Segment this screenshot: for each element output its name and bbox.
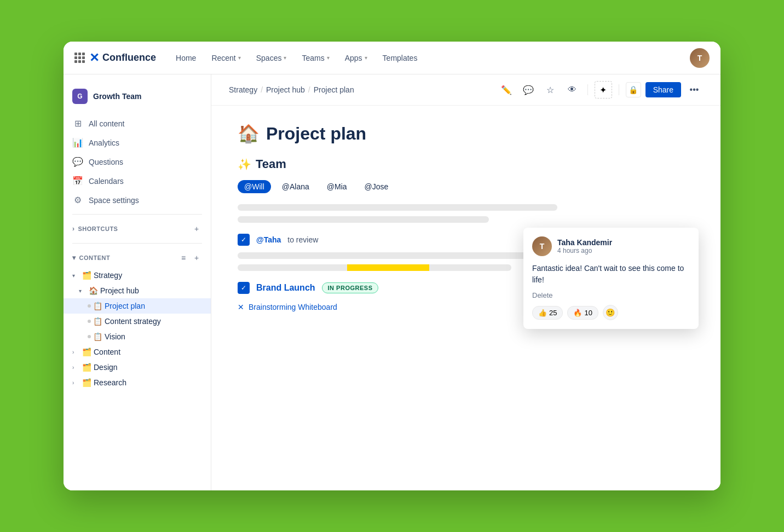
sidebar-item-space-settings[interactable]: ⚙ Space settings [64,190,211,210]
comment-body: Fantastic idea! Can't wait to see this c… [532,263,690,286]
content-collapse-icon[interactable]: ▾ [72,254,76,262]
comment-author-avatar: T [532,236,552,256]
comment-delete-btn[interactable]: Delete [532,291,690,299]
breadcrumb-project-plan[interactable]: Project plan [314,85,354,94]
comment-icon[interactable]: 💬 [520,81,537,99]
watch-icon[interactable]: 👁 [563,81,581,99]
team-section-label: Team [256,157,286,171]
tree-item-project-hub[interactable]: ▾ 🏠 Project hub [64,283,211,298]
share-button[interactable]: Share [645,82,681,97]
space-header[interactable]: G Growth Team [64,83,211,109]
breadcrumb-bar: Strategy / Project hub / Project plan ✏️… [211,74,720,106]
design-chevron-icon: › [72,365,80,371]
nav-teams[interactable]: Teams ▾ [295,49,336,67]
nav-spaces[interactable]: Spaces ▾ [250,49,293,67]
user-avatar[interactable]: T [690,48,710,68]
tree-item-project-plan[interactable]: 📋 Project plan [64,298,211,314]
shortcuts-add-btn[interactable]: + [191,223,202,234]
sidebar-divider-2 [72,243,202,244]
project-plan-emoji: 📋 [93,302,102,310]
analytics-icon: 📊 [72,137,83,148]
nav-home[interactable]: Home [169,49,203,67]
shortcuts-collapse-icon[interactable]: › [72,225,75,233]
team-members: @Will @Alana @Mia @Jose [238,180,694,193]
sidebar-divider-1 [72,214,202,215]
content-line-1 [238,204,557,211]
apps-grid-icon[interactable] [74,53,85,63]
tree-item-strategy[interactable]: ▾ 🗂️ Strategy [64,268,211,283]
comment-author-name: Taha Kandemir [557,238,612,247]
team-sparkle-icon: ✨ [238,158,251,171]
vision-dot [88,335,91,338]
whiteboard-label: Brainstorming Whiteboard [249,303,337,311]
page-title: Project plan [266,124,366,144]
member-alana[interactable]: @Alana [275,180,316,193]
logo-label: Confluence [102,52,156,63]
sidebar-item-analytics[interactable]: 📊 Analytics [64,133,211,152]
nav-recent[interactable]: Recent ▾ [205,49,247,67]
edit-icon[interactable]: ✏️ [498,81,515,99]
project-hub-emoji: 🏠 [89,286,98,295]
breadcrumb: Strategy / Project hub / Project plan [229,85,354,94]
tree-item-design[interactable]: › 🗂️ Design [64,360,211,375]
strategy-emoji: 🗂️ [82,271,91,280]
breadcrumb-strategy[interactable]: Strategy [229,85,257,94]
research-chevron-icon: › [72,380,80,386]
task-mention[interactable]: @Taha [256,235,281,244]
content-strategy-emoji: 📋 [93,317,102,326]
research-emoji: 🗂️ [82,378,91,387]
task-checkbox-1[interactable]: ✓ [238,234,250,246]
content-filter-btn[interactable]: ≡ [178,252,189,263]
content-chevron-icon: › [72,349,80,355]
shortcuts-section-header: › SHORTCUTS + [64,219,211,239]
tree-item-research[interactable]: › 🗂️ Research [64,375,211,390]
content-line-3 [238,252,534,259]
space-icon: G [72,89,88,104]
task-text: to review [287,235,318,244]
content-section-actions: ≡ + [178,252,202,263]
breadcrumb-sep-2: / [308,85,310,94]
brand-launch-checkbox[interactable]: ✓ [238,282,250,294]
breadcrumb-project-hub[interactable]: Project hub [266,85,305,94]
team-section-heading: ✨ Team [238,157,694,171]
more-options-icon[interactable]: ••• [685,81,703,99]
vision-emoji: 📋 [93,332,102,341]
lock-icon[interactable]: 🔒 [626,82,641,97]
add-reaction-btn[interactable]: 🙂 [603,305,618,320]
top-navigation: ✕ Confluence Home Recent ▾ Spaces ▾ Team… [64,42,720,74]
content-section-header: ▾ CONTENT ≡ + [64,248,211,268]
project-plan-dot [88,304,91,308]
member-jose[interactable]: @Jose [358,180,395,193]
sidebar-item-calendars[interactable]: 📅 Calendars [64,171,211,190]
sidebar-item-all-content[interactable]: ⊞ All content [64,114,211,133]
whiteboard-icon: ✕ [238,303,244,311]
content-line-yellow [238,264,511,271]
member-will[interactable]: @Will [238,180,271,193]
member-mia[interactable]: @Mia [320,180,354,193]
tree-item-vision[interactable]: 📋 Vision [64,329,211,344]
ai-sparkle-icon[interactable]: ✦ [595,81,612,99]
star-icon[interactable]: ☆ [541,81,559,99]
content-line-2 [238,216,489,223]
confluence-logo[interactable]: ✕ Confluence [89,51,156,65]
nav-templates[interactable]: Templates [376,49,424,67]
tree-item-content[interactable]: › 🗂️ Content [64,344,211,360]
comment-header: T Taha Kandemir 4 hours ago [532,236,690,256]
questions-icon: 💬 [72,157,83,167]
app-window: ✕ Confluence Home Recent ▾ Spaces ▾ Team… [64,42,720,490]
recent-chevron-icon: ▾ [238,55,241,61]
nav-apps[interactable]: Apps ▾ [338,49,374,67]
breadcrumb-sep-1: / [261,85,263,94]
apps-chevron-icon: ▾ [365,55,367,61]
comment-author-info: Taha Kandemir 4 hours ago [557,238,612,255]
sidebar-item-questions[interactable]: 💬 Questions [64,152,211,171]
teams-chevron-icon: ▾ [327,55,330,61]
content-add-btn[interactable]: + [191,252,202,263]
tree-item-content-strategy[interactable]: 📋 Content strategy [64,314,211,329]
reaction-fire[interactable]: 🔥 10 [567,306,598,320]
logo-icon: ✕ [89,51,99,65]
calendars-icon: 📅 [72,176,83,186]
reaction-thumbsup[interactable]: 👍 25 [532,306,563,320]
page-title-emoji: 🏠 [238,123,260,144]
content-emoji: 🗂️ [82,348,91,356]
